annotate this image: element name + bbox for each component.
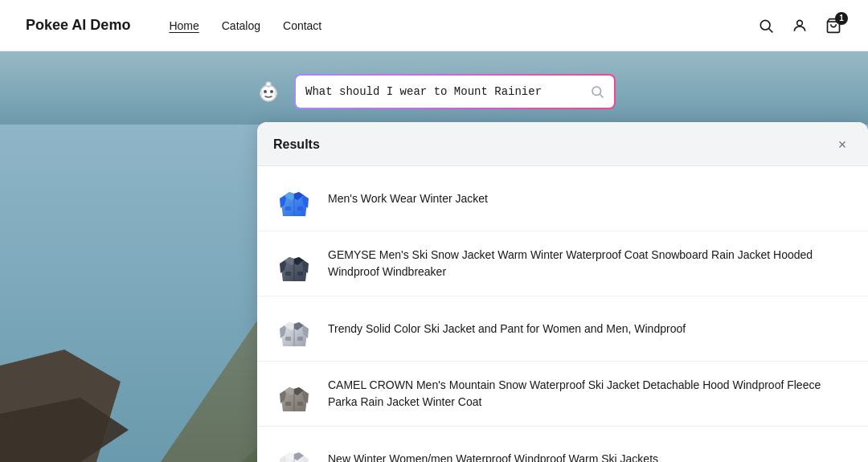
result-item[interactable]: Trendy Solid Color Ski Jacket and Pant f… — [257, 296, 868, 362]
ai-avatar-icon — [252, 76, 285, 108]
svg-point-18 — [592, 87, 601, 96]
results-list: Men's Work Wear Winter Jacket — [257, 166, 868, 462]
result-thumbnail — [273, 438, 315, 462]
nav-catalog[interactable]: Catalog — [222, 19, 260, 32]
site-logo: Pokee AI Demo — [26, 17, 130, 34]
search-bar-wrapper — [294, 74, 616, 109]
svg-rect-28 — [297, 337, 303, 341]
svg-point-11 — [260, 85, 276, 101]
svg-point-12 — [264, 90, 267, 93]
result-item[interactable]: GEMYSE Men's Ski Snow Jacket Warm Winter… — [257, 231, 868, 296]
cart-icon[interactable]: 1 — [825, 17, 842, 35]
svg-rect-27 — [285, 337, 291, 341]
svg-rect-16 — [260, 92, 262, 96]
results-title: Results — [273, 137, 320, 152]
results-close-button[interactable]: × — [833, 135, 852, 154]
svg-point-2 — [797, 20, 803, 26]
result-item[interactable]: New Winter Women/men Waterproof Windproo… — [257, 427, 868, 462]
results-header: Results × — [257, 122, 868, 166]
result-thumbnail — [273, 243, 315, 284]
search-input[interactable] — [305, 85, 583, 98]
svg-rect-31 — [297, 402, 303, 406]
search-icon[interactable] — [757, 17, 775, 35]
site-header: Pokee AI Demo Home Catalog Contact 1 — [0, 0, 868, 51]
result-item[interactable]: Men's Work Wear Winter Jacket — [257, 166, 868, 231]
result-name: New Winter Women/men Waterproof Windproo… — [328, 451, 658, 463]
header-actions: 1 — [757, 17, 842, 35]
result-name: CAMEL CROWN Men's Mountain Snow Waterpro… — [328, 377, 852, 411]
cart-badge: 1 — [835, 12, 848, 25]
nav-contact[interactable]: Contact — [283, 19, 321, 32]
result-thumbnail — [273, 178, 315, 219]
search-section — [0, 51, 868, 122]
svg-point-13 — [270, 90, 273, 93]
svg-rect-24 — [285, 272, 291, 276]
svg-line-19 — [600, 94, 603, 97]
svg-rect-30 — [285, 402, 291, 406]
svg-rect-17 — [275, 92, 276, 96]
svg-rect-21 — [285, 206, 291, 211]
svg-rect-22 — [297, 206, 303, 211]
result-thumbnail — [273, 373, 315, 415]
result-name: Trendy Solid Color Ski Jacket and Pant f… — [328, 321, 686, 337]
result-name: GEMYSE Men's Ski Snow Jacket Warm Winter… — [328, 247, 852, 280]
result-thumbnail — [273, 308, 315, 350]
search-submit-icon[interactable] — [590, 84, 604, 99]
svg-line-1 — [769, 28, 773, 32]
nav-home[interactable]: Home — [169, 19, 199, 32]
main-nav: Home Catalog Contact — [169, 19, 757, 32]
search-bar — [296, 76, 614, 108]
result-item[interactable]: CAMEL CROWN Men's Mountain Snow Waterpro… — [257, 362, 868, 427]
svg-rect-25 — [297, 272, 303, 276]
results-panel: Results × Men's — [257, 122, 868, 462]
result-name: Men's Work Wear Winter Jacket — [328, 190, 488, 207]
account-icon[interactable] — [791, 17, 809, 35]
svg-point-0 — [760, 20, 770, 30]
